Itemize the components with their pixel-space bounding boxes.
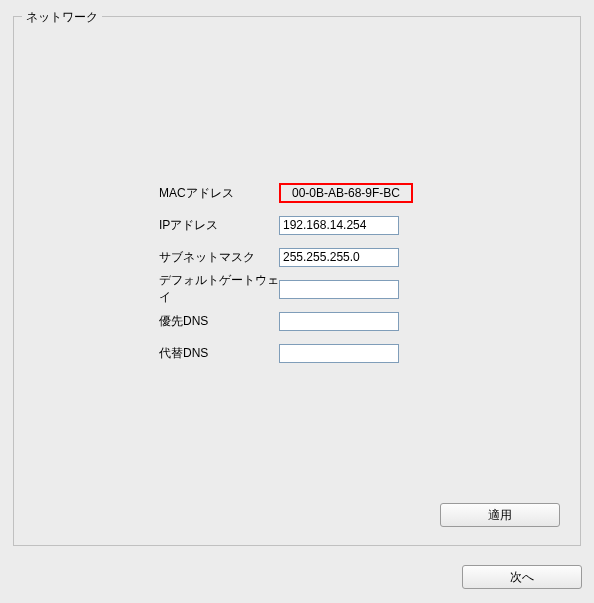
primary-dns-input[interactable] bbox=[279, 312, 399, 331]
default-gateway-label: デフォルトゲートウェイ bbox=[159, 272, 279, 306]
row-mac-address: MACアドレス 00-0B-AB-68-9F-BC bbox=[159, 183, 413, 203]
default-gateway-input[interactable] bbox=[279, 280, 399, 299]
row-secondary-dns: 代替DNS bbox=[159, 343, 399, 363]
apply-button[interactable]: 適用 bbox=[440, 503, 560, 527]
row-ip-address: IPアドレス bbox=[159, 215, 399, 235]
subnet-mask-label: サブネットマスク bbox=[159, 249, 279, 266]
row-subnet-mask: サブネットマスク bbox=[159, 247, 399, 267]
secondary-dns-label: 代替DNS bbox=[159, 345, 279, 362]
row-default-gateway: デフォルトゲートウェイ bbox=[159, 279, 399, 299]
subnet-mask-input[interactable] bbox=[279, 248, 399, 267]
ip-address-label: IPアドレス bbox=[159, 217, 279, 234]
row-primary-dns: 優先DNS bbox=[159, 311, 399, 331]
form-area: MACアドレス 00-0B-AB-68-9F-BC IPアドレス サブネットマス… bbox=[14, 17, 580, 545]
primary-dns-label: 優先DNS bbox=[159, 313, 279, 330]
ip-address-input[interactable] bbox=[279, 216, 399, 235]
secondary-dns-input[interactable] bbox=[279, 344, 399, 363]
mac-address-label: MACアドレス bbox=[159, 185, 279, 202]
next-button[interactable]: 次へ bbox=[462, 565, 582, 589]
network-fieldset: ネットワーク MACアドレス 00-0B-AB-68-9F-BC IPアドレス … bbox=[13, 16, 581, 546]
mac-address-highlight: 00-0B-AB-68-9F-BC bbox=[279, 183, 413, 203]
mac-address-value: 00-0B-AB-68-9F-BC bbox=[286, 184, 406, 202]
